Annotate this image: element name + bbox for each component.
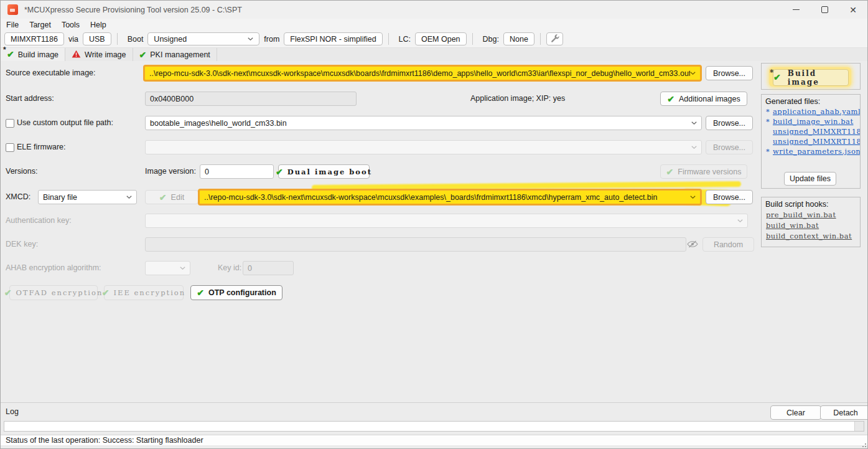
tab-pki-management[interactable]: ✔ PKI management — [133, 48, 217, 61]
eye-slash-icon — [687, 240, 698, 250]
chevron-down-icon — [126, 196, 132, 199]
additional-images-button[interactable]: ✔ Additional images — [660, 92, 747, 106]
otp-label: OTP configuration — [208, 288, 276, 297]
generated-file-name: build_image_win.bat — [773, 117, 854, 126]
otfad-label: OTFAD encryption — [16, 288, 103, 297]
boot-type-value: Unsigned — [154, 35, 187, 44]
otp-configuration-button[interactable]: ✔ OTP configuration — [190, 285, 282, 300]
hook-link[interactable]: pre_build_win.bat — [766, 210, 860, 219]
connection-settings-button[interactable] — [546, 32, 563, 45]
chevron-down-icon — [690, 196, 696, 199]
log-scrollbar[interactable] — [854, 422, 864, 431]
xmcd-type-dropdown[interactable]: Binary file — [38, 190, 137, 204]
app-icon — [7, 4, 18, 15]
check-icon: ✔ — [197, 288, 204, 297]
generated-file-link[interactable]: *write_parameters.json — [766, 147, 860, 156]
key-id-field: 0 — [243, 261, 294, 275]
log-clear-button[interactable]: Clear — [770, 405, 821, 420]
xmcd-browse-button[interactable]: Browse... — [706, 190, 753, 204]
resize-grip[interactable] — [861, 440, 866, 449]
dual-image-boot-button[interactable]: ✔ Dual image boot — [278, 164, 370, 179]
dbg-label: Dbg: — [483, 35, 499, 44]
build-hooks-frame: Build script hooks: pre_build_win.bat bu… — [761, 197, 861, 247]
dual-image-boot-label: Dual image boot — [287, 168, 372, 176]
chevron-down-icon — [690, 72, 696, 75]
generated-file-link[interactable]: unsigned_MIMXRT1186_fla — [766, 127, 860, 136]
update-files-button[interactable]: Update files — [784, 172, 836, 186]
life-cycle-button[interactable]: OEM Open — [415, 32, 467, 45]
dek-key-label: DEK key: — [6, 237, 38, 252]
custom-output-combobox[interactable]: bootable_images\hello_world_cm33.bin — [145, 116, 702, 130]
custom-output-browse-button[interactable]: Browse... — [706, 116, 753, 130]
log-output[interactable] — [4, 421, 864, 432]
toolbar-separator — [540, 33, 541, 45]
image-version-label: Image version: — [145, 164, 196, 179]
source-image-label: Source executable image: — [6, 66, 96, 80]
ahab-algorithm-label: AHAB encryption algorithm: — [6, 261, 101, 275]
menu-help[interactable]: Help — [90, 21, 106, 29]
source-image-combobox[interactable]: ..\repo-mcu-sdk-3.0\sdk-next\mcuxsdk-wor… — [143, 65, 702, 82]
check-icon: ✔ — [139, 50, 147, 59]
processor-button[interactable]: MIMXRT1186 — [4, 32, 64, 45]
ahab-algorithm-dropdown — [145, 261, 190, 275]
modified-check-icon: *✔ — [773, 73, 782, 82]
log-panel: Log Clear Detach — [1, 402, 867, 435]
hook-link[interactable]: build_win.bat — [766, 221, 860, 230]
maximize-button[interactable] — [810, 1, 839, 19]
tab-bar: *✔ Build image Write image ✔ PKI managem… — [1, 48, 867, 61]
close-button[interactable]: ✕ — [839, 1, 867, 19]
custom-output-value: bootable_images\hello_world_cm33.bin — [150, 119, 287, 128]
versions-label: Versions: — [6, 164, 37, 179]
generated-file-link[interactable]: unsigned_MIMXRT1186_fla — [766, 137, 860, 146]
iee-encryption-button: ✔ IEE encryption — [104, 285, 184, 300]
app-window: *MCUXpresso Secure Provisioning Tool ver… — [0, 0, 868, 449]
additional-images-label: Additional images — [679, 95, 740, 103]
ele-firmware-checkbox[interactable] — [6, 143, 14, 152]
connection-button[interactable]: USB — [83, 32, 111, 45]
build-image-button-label: Build image — [788, 69, 848, 87]
build-image-button[interactable]: *✔ Build image — [773, 69, 849, 86]
toolbar-separator — [472, 33, 473, 45]
image-version-value: 0 — [205, 168, 209, 176]
minimize-button[interactable] — [782, 1, 810, 19]
tab-write-label: Write image — [85, 50, 126, 59]
log-title: Log — [6, 407, 19, 416]
from-label: from — [264, 35, 279, 44]
xip-info-text: Application image; XIP: yes — [470, 92, 565, 106]
tab-write-image[interactable]: Write image — [65, 48, 133, 61]
tab-pki-label: PKI management — [150, 50, 210, 59]
window-title: *MCUXpresso Secure Provisioning Tool ver… — [24, 6, 242, 14]
firmware-versions-button: ✔ Firmware versions — [660, 164, 747, 179]
xmcd-edit-label: Edit — [171, 193, 185, 202]
generated-file-link[interactable]: *application_ahab.yaml — [766, 107, 860, 116]
boot-type-dropdown[interactable]: Unsigned — [147, 32, 259, 45]
build-image-panel: Source executable image: ..\repo-mcu-sdk… — [1, 61, 867, 402]
debug-probe-button[interactable]: None — [503, 32, 534, 45]
chevron-down-icon — [180, 267, 185, 270]
status-bar: Status of the last operation: Success: S… — [1, 435, 867, 445]
xmcd-file-value: ..\repo-mcu-sdk-3.0\sdk-next\mcuxsdk-wor… — [204, 193, 658, 202]
xmcd-file-combobox[interactable]: ..\repo-mcu-sdk-3.0\sdk-next\mcuxsdk-wor… — [198, 189, 702, 206]
menu-file[interactable]: File — [6, 21, 19, 29]
chevron-down-icon — [737, 219, 743, 222]
xmcd-label: XMCD: — [6, 190, 30, 204]
hook-link[interactable]: build_context_win.bat — [766, 232, 860, 240]
image-version-input[interactable]: 0 — [200, 164, 274, 179]
log-detach-button[interactable]: Detach — [820, 405, 868, 420]
chevron-down-icon — [691, 121, 697, 125]
custom-output-checkbox[interactable] — [6, 119, 14, 128]
source-browse-button[interactable]: Browse... — [706, 66, 753, 80]
menu-target[interactable]: Target — [29, 21, 51, 29]
iee-label: IEE encryption — [114, 288, 186, 297]
menu-tools[interactable]: Tools — [62, 21, 80, 29]
generated-file-name: unsigned_MIMXRT1186_fla — [773, 127, 860, 136]
tab-build-image[interactable]: *✔ Build image — [1, 48, 65, 61]
generated-file-link[interactable]: *build_image_win.bat — [766, 117, 860, 126]
menu-bar: File Target Tools Help — [1, 19, 867, 31]
dek-random-button: Random — [702, 237, 754, 252]
start-address-value: 0x0400B000 — [150, 95, 194, 103]
chevron-down-icon — [691, 146, 697, 149]
ele-browse-button: Browse... — [706, 140, 753, 154]
minimize-icon — [793, 9, 800, 10]
boot-device-button[interactable]: FlexSPI NOR - simplified — [284, 32, 382, 45]
